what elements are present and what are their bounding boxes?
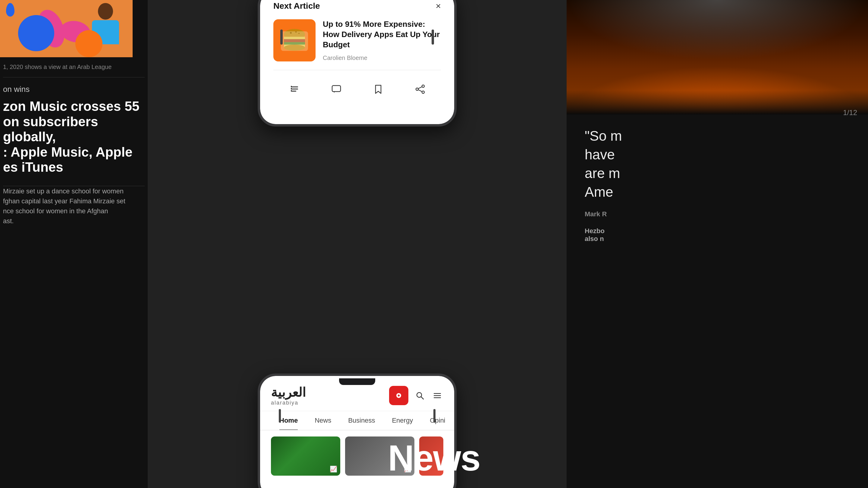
left-panel: 1, 2020 shows a view at an Arab League o… [0,0,148,488]
news-text: News [388,440,480,476]
phone-side-button-right [432,30,434,44]
phone2-side-btn [279,409,281,423]
svg-point-18 [416,88,418,90]
phone2-side-btn-r [433,409,435,423]
svg-rect-10 [291,87,298,87]
phone-side-button-left [280,30,283,44]
trending-icon: 📈 [330,465,337,473]
center-area: Next Article × [148,0,567,488]
fire-scene [567,0,868,115]
svg-rect-25 [434,393,441,394]
left-body-text: Mirzaie set up a dance school for womenf… [3,186,145,226]
left-article-section: on wins zon Music crosses 55on subscribe… [3,77,145,186]
svg-rect-13 [291,86,292,87]
svg-rect-6 [281,31,308,51]
svg-line-21 [418,90,422,92]
alarabiya-logo-arabic: العربية [271,385,306,400]
alarabiya-logo-sub: alarabiya [271,400,299,406]
svg-line-24 [421,397,424,399]
live-button[interactable] [389,386,408,405]
right-article: "So mhaveare mAme Mark R Hezboalso n [567,115,868,243]
comment-icon[interactable] [329,82,344,97]
article-info: Up to 91% More Expensive: How Delivery A… [323,19,441,61]
phone-notch-2 [339,378,375,385]
svg-rect-15 [291,90,292,91]
burger-icon [279,28,310,53]
app-nav: Home News Business Energy Opini [260,411,454,430]
next-article-modal: Next Article × [260,0,454,124]
nav-news[interactable]: News [306,411,340,430]
modal-actions [273,78,441,97]
right-byline: Mark R [585,210,850,218]
modal-title: Next Article [273,1,320,11]
bookmark-icon[interactable] [371,82,386,97]
phone-1: Next Article × [258,0,457,127]
left-caption: 1, 2020 shows a view at an Arab League [3,57,145,77]
left-headline: zon Music crosses 55on subscribers globa… [3,99,145,175]
svg-rect-26 [434,395,441,396]
nav-home[interactable]: Home [271,411,306,430]
nav-energy[interactable]: Energy [383,411,421,430]
nav-business[interactable]: Business [340,411,383,430]
svg-point-9 [299,33,300,34]
svg-point-17 [422,85,424,87]
text-list-icon[interactable] [287,82,302,97]
close-button[interactable]: × [435,1,441,10]
modal-article: Up to 91% More Expensive: How Delivery A… [273,19,441,70]
search-icon[interactable] [414,390,426,401]
share-icon[interactable] [412,82,428,97]
app-logo: العربية alarabiya [271,385,306,406]
svg-point-8 [296,31,297,33]
svg-rect-11 [291,89,298,90]
right-counter: 1/12 [843,108,857,117]
article-author: Carolien Bloeme [323,55,441,61]
right-subtext: Hezboalso n [585,227,850,243]
left-wins-label: on wins [3,85,145,94]
nav-opinion[interactable]: Opini [421,411,454,430]
right-article-image [567,0,868,115]
modal-header: Next Article × [273,1,441,11]
app-header-icons [389,386,443,405]
svg-line-20 [418,87,422,89]
svg-rect-27 [434,397,441,398]
content-card-money[interactable]: 📈 [271,436,340,476]
article-illustration [0,0,133,57]
right-panel: 1/12 "So mhaveare mAme Mark R Hezboalso … [567,0,868,488]
news-label: News [388,440,480,476]
right-quote: "So mhaveare mAme [585,127,850,201]
svg-point-7 [290,32,292,34]
live-icon [393,390,404,401]
menu-icon[interactable] [431,390,443,401]
svg-rect-14 [291,88,292,89]
svg-point-19 [422,91,424,93]
article-title: Up to 91% More Expensive: How Delivery A… [323,19,441,50]
svg-rect-16 [332,86,341,92]
article-thumbnail [273,19,315,61]
